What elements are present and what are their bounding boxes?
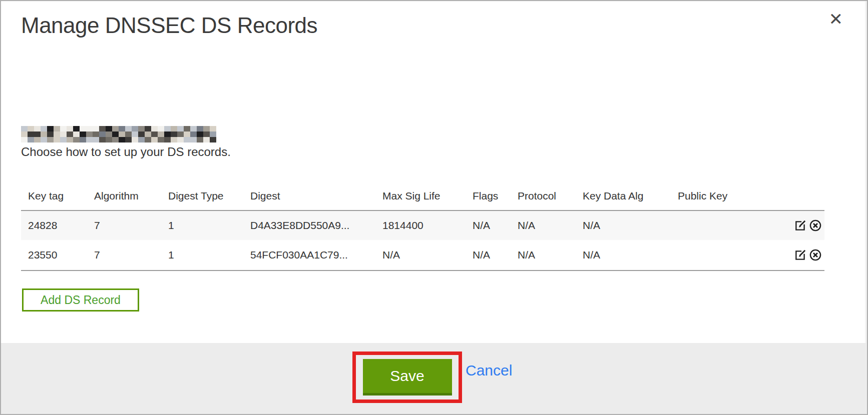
cell-key-data-alg: N/A: [583, 249, 678, 261]
cell-digest-type: 1: [168, 220, 250, 232]
header-protocol: Protocol: [518, 190, 583, 210]
cell-digest: D4A33E8DD550A9...: [250, 220, 382, 232]
header-max-sig-life: Max Sig Life: [382, 190, 473, 210]
table-row: 23550 7 1 54FCF030AA1C79... N/A N/A N/A …: [21, 240, 824, 270]
cell-flags: N/A: [473, 249, 518, 261]
close-icon[interactable]: ✕: [826, 10, 846, 28]
cell-digest-type: 1: [168, 249, 250, 261]
edit-record-icon[interactable]: [793, 248, 807, 262]
header-key-data-alg: Key Data Alg: [583, 190, 678, 210]
cell-protocol: N/A: [518, 220, 583, 232]
save-button[interactable]: Save: [363, 359, 452, 396]
cell-max-sig-life: N/A: [382, 249, 473, 261]
edit-record-icon[interactable]: [793, 218, 807, 232]
header-public-key: Public Key: [678, 190, 776, 210]
row-actions: [776, 248, 824, 262]
cell-key-data-alg: N/A: [583, 220, 678, 232]
ds-records-table: Key tag Algorithm Digest Type Digest Max…: [21, 178, 824, 271]
table-body: 24828 7 1 D4A33E8DD550A9... 1814400 N/A …: [21, 210, 824, 271]
add-ds-record-button[interactable]: Add DS Record: [22, 288, 139, 312]
cell-protocol: N/A: [518, 249, 583, 261]
table-header-row: Key tag Algorithm Digest Type Digest Max…: [21, 178, 824, 210]
cell-algorithm: 7: [94, 220, 168, 232]
header-key-tag: Key tag: [21, 190, 94, 210]
cell-key-tag: 24828: [21, 220, 94, 232]
annotation-highlight-box: Save: [352, 352, 462, 403]
delete-record-icon[interactable]: [808, 218, 822, 232]
delete-record-icon[interactable]: [808, 248, 822, 262]
cell-flags: N/A: [473, 220, 518, 232]
setup-instructions: Choose how to set up your DS records.: [21, 145, 231, 159]
dialog-footer: Save Cancel: [1, 343, 867, 414]
cell-digest: 54FCF030AA1C79...: [250, 249, 382, 261]
header-digest-type: Digest Type: [168, 190, 250, 210]
table-row: 24828 7 1 D4A33E8DD550A9... 1814400 N/A …: [21, 211, 824, 240]
redacted-domain-name: [21, 126, 216, 142]
header-algorithm: Algorithm: [94, 190, 168, 210]
header-flags: Flags: [473, 190, 518, 210]
header-digest: Digest: [250, 190, 382, 210]
cell-algorithm: 7: [94, 249, 168, 261]
cell-key-tag: 23550: [21, 249, 94, 261]
cell-max-sig-life: 1814400: [382, 220, 473, 232]
manage-dnssec-dialog: Manage DNSSEC DS Records ✕ Choose how to…: [0, 0, 868, 415]
cancel-link[interactable]: Cancel: [466, 362, 512, 379]
page-title: Manage DNSSEC DS Records: [21, 13, 317, 38]
row-actions: [776, 218, 824, 232]
